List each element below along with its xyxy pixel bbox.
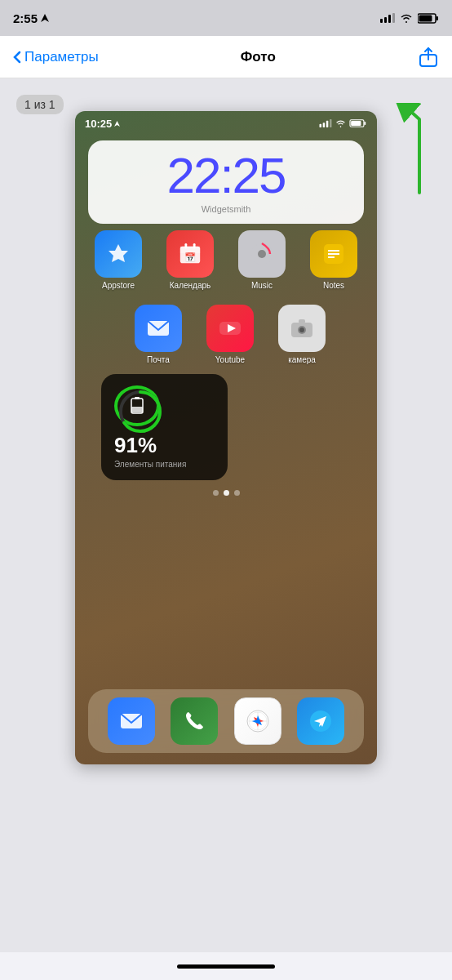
youtube-logo <box>218 316 242 341</box>
svg-rect-7 <box>419 15 432 21</box>
home-bar <box>177 964 275 969</box>
svg-rect-12 <box>320 124 322 127</box>
dock-phone-icon <box>171 697 218 745</box>
music-label: Music <box>251 281 273 290</box>
app-item-appstore[interactable]: Appstore <box>89 230 148 290</box>
time-display: 2:55 <box>13 11 38 25</box>
svg-point-26 <box>258 250 266 258</box>
app-item-music[interactable]: Music <box>233 230 291 290</box>
home-indicator <box>0 952 452 980</box>
svg-rect-17 <box>364 122 366 125</box>
app-item-notes[interactable]: Notes <box>304 230 363 290</box>
app-item-camera[interactable]: камера <box>273 305 331 364</box>
camera-logo <box>290 316 314 341</box>
app-item-mail[interactable]: Почта <box>129 305 188 364</box>
status-time: 2:55 <box>13 11 49 25</box>
svg-rect-14 <box>326 121 329 127</box>
svg-rect-37 <box>299 319 305 323</box>
counter-text: 1 из 1 <box>24 98 55 111</box>
location-icon <box>41 14 49 22</box>
chevron-left-icon <box>13 51 21 64</box>
mail-label: Почта <box>147 355 170 364</box>
mail-icon <box>135 305 182 352</box>
svg-rect-13 <box>323 122 326 127</box>
dock-mail-icon <box>108 697 155 745</box>
dock-telegram-icon <box>297 697 344 745</box>
wifi-icon <box>400 13 413 23</box>
dock-mail[interactable] <box>108 697 155 745</box>
calendar-icon: 📅 <box>166 230 214 278</box>
back-button[interactable]: Параметры <box>13 49 99 65</box>
youtube-label: Youtube <box>215 355 245 364</box>
music-logo <box>250 242 274 266</box>
appstore-label: Appstore <box>102 281 135 290</box>
dot-3 <box>234 490 240 496</box>
appstore-icon <box>95 230 142 278</box>
phone-time: 10:25 <box>85 118 120 130</box>
svg-rect-22 <box>184 243 187 249</box>
dock-mail-logo <box>119 709 144 733</box>
camera-label: камера <box>288 355 316 364</box>
svg-text:📅: 📅 <box>184 252 197 263</box>
dock-safari-logo <box>246 709 270 733</box>
dock-telegram-logo <box>308 709 333 733</box>
clock-time: 22:25 <box>101 150 351 201</box>
svg-marker-0 <box>41 14 49 22</box>
youtube-icon <box>206 305 254 352</box>
battery-label: Элементы питания <box>114 460 186 469</box>
music-icon <box>238 230 286 278</box>
phone-status-icons <box>319 119 367 127</box>
dot-1 <box>213 490 219 496</box>
content-area: 1 из 1 10:25 <box>0 78 452 952</box>
battery-icon <box>418 13 439 24</box>
app-item-youtube[interactable]: Youtube <box>201 305 259 364</box>
phone-signal-icon <box>319 119 332 127</box>
dot-2 <box>224 490 229 496</box>
phone-screenshot: 10:25 <box>75 111 377 764</box>
arrow-indicator <box>379 103 428 201</box>
page-dots <box>75 490 377 496</box>
svg-rect-15 <box>330 119 332 127</box>
app-grid-row2: Почта Youtube <box>88 305 364 364</box>
notes-label: Notes <box>323 281 344 290</box>
share-icon <box>418 47 439 68</box>
svg-rect-23 <box>193 243 196 249</box>
battery-percent: 91% <box>114 433 157 458</box>
svg-rect-6 <box>436 16 439 20</box>
notes-icon <box>310 230 357 278</box>
phone-wifi-icon <box>335 119 346 127</box>
svg-rect-4 <box>392 13 395 23</box>
phone-battery-icon <box>349 119 367 127</box>
appstore-logo <box>105 241 131 267</box>
svg-marker-11 <box>114 121 120 127</box>
share-button[interactable] <box>418 47 439 68</box>
app-item-calendar[interactable]: 📅 Календарь <box>161 230 219 290</box>
app-grid-row1: Appstore 📅 Календарь <box>88 230 364 298</box>
svg-rect-18 <box>351 121 361 126</box>
calendar-logo: 📅 <box>177 242 203 266</box>
status-bar: 2:55 <box>0 0 452 36</box>
dock-telegram[interactable] <box>297 697 344 745</box>
widgetsmith-label: Widgetsmith <box>101 204 351 214</box>
dock-safari[interactable] <box>234 697 281 745</box>
status-icons <box>380 13 439 24</box>
phone-location-icon <box>114 121 120 127</box>
svg-rect-3 <box>388 15 391 23</box>
dock-safari-icon <box>234 697 281 745</box>
photo-counter: 1 из 1 <box>16 95 64 114</box>
svg-rect-1 <box>380 19 383 23</box>
signal-icon <box>380 13 395 23</box>
battery-progress-ring <box>117 389 163 434</box>
svg-point-36 <box>299 327 304 332</box>
svg-rect-2 <box>384 17 387 23</box>
nav-bar: Параметры Фото <box>0 36 452 78</box>
nav-title: Фото <box>241 49 276 65</box>
dock-phone-logo <box>183 710 206 733</box>
battery-widget: 91% Элементы питания <box>101 374 228 480</box>
phone-status-bar: 10:25 <box>75 111 377 136</box>
back-label: Параметры <box>24 49 99 65</box>
clock-widget: 22:25 Widgetsmith <box>88 140 364 224</box>
dock <box>88 689 364 753</box>
mail-logo <box>146 316 171 341</box>
dock-phone[interactable] <box>171 697 218 745</box>
